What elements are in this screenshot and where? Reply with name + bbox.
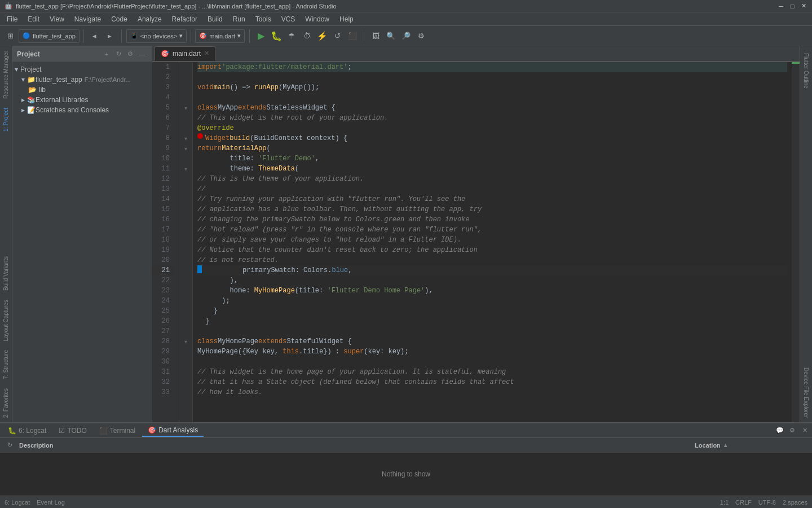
code-line-9[interactable]: return MaterialApp( xyxy=(197,143,787,154)
code-line-2[interactable] xyxy=(197,72,787,82)
bottom-tab-terminal[interactable]: ⬛ Terminal xyxy=(94,425,141,436)
code-line-15[interactable]: // application has a blue toolbar. Then,… xyxy=(197,204,787,214)
toolbar-back[interactable]: ◂ xyxy=(88,29,102,43)
debug-button[interactable]: 🐛 xyxy=(270,29,283,43)
devices-dropdown[interactable]: 📱 <no devices> ▾ xyxy=(126,29,187,43)
status-encoding[interactable]: UTF-8 xyxy=(758,499,776,506)
refresh-analysis-btn[interactable]: ↻ xyxy=(5,440,15,450)
code-line-16[interactable]: // changing the primarySwatch below to C… xyxy=(197,214,787,225)
status-indent[interactable]: 2 spaces xyxy=(783,499,807,506)
resource-manager-tab[interactable]: Resource Manager xyxy=(1,46,11,103)
panel-sync-btn[interactable]: ↻ xyxy=(113,49,123,59)
menu-tools[interactable]: Tools xyxy=(251,14,276,24)
status-logcat[interactable]: 6: Logcat xyxy=(5,499,30,506)
code-line-4[interactable] xyxy=(197,93,787,103)
fold-gutter-28[interactable]: ▾ xyxy=(179,336,192,347)
profile-button[interactable]: ⏱ xyxy=(300,29,314,43)
menu-edit[interactable]: Edit xyxy=(23,14,44,24)
code-line-5[interactable]: class MyApp extends StatelessWidget { xyxy=(197,103,787,113)
code-line-13[interactable]: // xyxy=(197,184,787,194)
panel-settings-btn[interactable]: ⚙ xyxy=(125,49,135,59)
project-view-button[interactable]: ⊞ xyxy=(3,29,17,43)
editor-tab-main-dart[interactable]: 🎯 main.dart ✕ xyxy=(155,46,215,61)
menu-file[interactable]: File xyxy=(2,14,22,24)
bottom-panel-settings-btn[interactable]: ⚙ xyxy=(787,426,797,436)
fold-gutter-11[interactable]: ▾ xyxy=(179,164,192,174)
code-line-18[interactable]: // or simply save your changes to "hot r… xyxy=(197,235,787,245)
fold-gutter-5[interactable]: ▾ xyxy=(179,103,192,113)
menu-build[interactable]: Build xyxy=(203,14,227,24)
code-line-19[interactable]: // Notice that the counter didn't reset … xyxy=(197,245,787,255)
close-button[interactable]: ✕ xyxy=(800,2,807,10)
right-mark-bar[interactable] xyxy=(792,62,800,422)
code-line-32[interactable]: // that it has a State object (defined b… xyxy=(197,377,787,387)
maximize-button[interactable]: □ xyxy=(788,2,796,10)
project-dropdown[interactable]: 🔵 flutter_test_app xyxy=(19,29,80,43)
tree-item-lib[interactable]: 📂 lib xyxy=(12,85,152,95)
panel-minimize-btn[interactable]: — xyxy=(137,49,147,59)
hot-reload-button[interactable]: ⚡ xyxy=(315,29,329,43)
run-button[interactable]: ▶ xyxy=(254,29,268,43)
code-line-7[interactable]: @override xyxy=(197,123,787,133)
bottom-panel-close-btn[interactable]: ✕ xyxy=(800,426,810,436)
flutter-inspector-button[interactable]: 🔍 xyxy=(384,29,398,43)
code-content[interactable]: import 'package:flutter/material.dart'; … xyxy=(193,62,792,422)
code-line-3[interactable]: void main() => runApp(MyApp()); xyxy=(197,82,787,93)
settings-button[interactable]: ⚙ xyxy=(414,29,428,43)
flutter-outline-tab[interactable]: Flutter Outline xyxy=(801,49,811,93)
minimize-button[interactable]: ─ xyxy=(777,2,785,10)
code-line-30[interactable] xyxy=(197,357,787,367)
layout-inspector-button[interactable]: 🖼 xyxy=(369,29,382,43)
stop-button[interactable]: ⬛ xyxy=(346,29,359,43)
menu-analyze[interactable]: Analyze xyxy=(133,14,166,24)
code-line-21[interactable]: primarySwatch: Colors.blue, xyxy=(197,265,787,275)
code-line-10[interactable]: title: 'Flutter Demo', xyxy=(197,154,787,164)
menu-help[interactable]: Help xyxy=(335,14,358,24)
layout-captures-tab[interactable]: Layout Captures xyxy=(1,295,11,345)
menu-refactor[interactable]: Refactor xyxy=(167,14,202,24)
tab-close-button[interactable]: ✕ xyxy=(204,50,209,57)
menu-vcs[interactable]: VCS xyxy=(277,14,300,24)
status-event-log[interactable]: Event Log xyxy=(37,499,65,506)
code-line-28[interactable]: class MyHomePage extends StatefulWidget … xyxy=(197,336,787,347)
code-line-22[interactable]: ), xyxy=(197,275,787,286)
fold-gutter-8[interactable]: ▾ xyxy=(179,133,192,143)
code-line-33[interactable]: // how it looks. xyxy=(197,387,787,397)
coverage-button[interactable]: ☂ xyxy=(285,29,298,43)
tree-item-scratches[interactable]: ▸ 📝 Scratches and Consoles xyxy=(12,105,152,115)
code-line-27[interactable] xyxy=(197,326,787,336)
bottom-panel-chat-btn[interactable]: 💬 xyxy=(775,426,785,436)
device-file-explorer-tab[interactable]: Device File Explorer xyxy=(801,363,811,422)
run-config-dropdown[interactable]: 🎯 main.dart ▾ xyxy=(195,29,245,43)
code-line-8[interactable]: Widget build(BuildContext context) { xyxy=(197,133,787,143)
search-everywhere-button[interactable]: 🔎 xyxy=(399,29,413,43)
menu-navigate[interactable]: Navigate xyxy=(70,14,105,24)
status-line-endings[interactable]: CRLF xyxy=(735,499,752,506)
code-line-12[interactable]: // This is the theme of your application… xyxy=(197,174,787,184)
status-cursor-pos[interactable]: 1:1 xyxy=(720,499,729,506)
bottom-tab-todo[interactable]: ☑ TODO xyxy=(53,425,92,436)
description-col-header[interactable]: Description xyxy=(19,442,690,449)
code-line-26[interactable]: } xyxy=(197,316,787,326)
bottom-tab-dart-analysis[interactable]: 🎯 Dart Analysis xyxy=(142,424,204,437)
toolbar-forward[interactable]: ▸ xyxy=(103,29,117,43)
favorites-tab[interactable]: 2: Favorites xyxy=(1,384,11,422)
bottom-tab-logcat[interactable]: 🐛 6: Logcat xyxy=(2,425,52,436)
code-line-11[interactable]: theme: ThemeData( xyxy=(197,164,787,174)
menu-code[interactable]: Code xyxy=(107,14,132,24)
code-line-31[interactable]: // This widget is the home page of your … xyxy=(197,367,787,377)
panel-add-btn[interactable]: + xyxy=(102,49,112,59)
location-col-header[interactable]: Location ▲ xyxy=(695,442,807,449)
code-line-20[interactable]: // is not restarted. xyxy=(197,255,787,265)
build-variants-tab[interactable]: Build Variants xyxy=(1,252,11,295)
code-line-1[interactable]: import 'package:flutter/material.dart'; xyxy=(197,62,787,72)
structure-tab[interactable]: 7: Structure xyxy=(1,345,11,384)
project-panel-tab[interactable]: 1: Project xyxy=(1,103,11,136)
tree-item-flutter-app[interactable]: ▾ 📁 flutter_test_app F:\Project\Andr... xyxy=(12,75,152,85)
fold-gutter-9[interactable]: ▾ xyxy=(179,143,192,154)
hot-restart-button[interactable]: ↺ xyxy=(330,29,344,43)
code-line-25[interactable]: } xyxy=(197,306,787,316)
menu-window[interactable]: Window xyxy=(301,14,334,24)
code-line-29[interactable]: MyHomePage({Key key, this.title}) : supe… xyxy=(197,347,787,357)
code-line-14[interactable]: // Try running your application with "fl… xyxy=(197,194,787,204)
